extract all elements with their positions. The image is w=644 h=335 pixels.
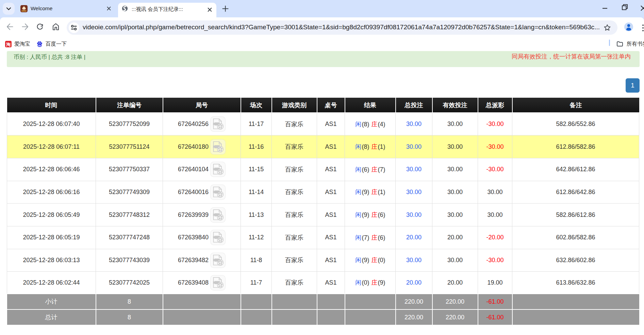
svg-text:du: du xyxy=(38,44,41,47)
svg-text:淘: 淘 xyxy=(6,42,11,47)
